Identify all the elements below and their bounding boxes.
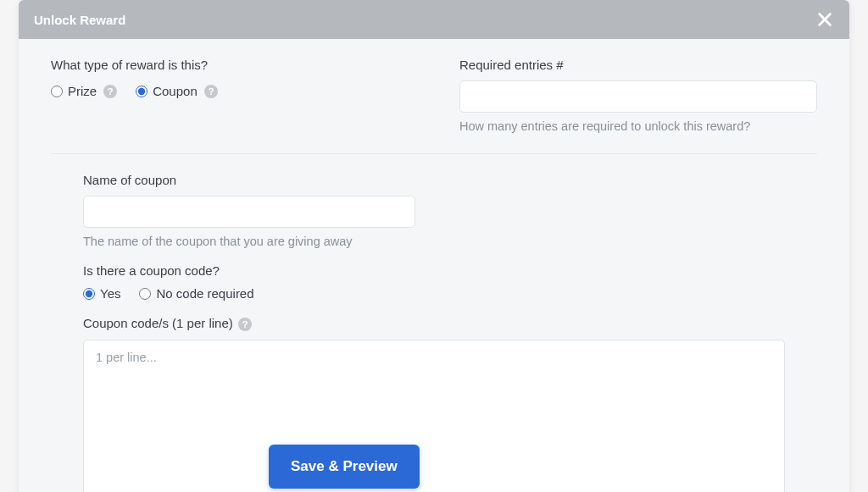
top-settings-row: What type of reward is this? Prize ? Cou… [51, 58, 817, 154]
svg-text:?: ? [208, 86, 214, 97]
reward-type-prize-option[interactable]: Prize ? [51, 84, 117, 98]
modal-title: Unlock Reward [34, 13, 125, 27]
coupon-radio-label: Coupon [153, 84, 198, 98]
help-icon[interactable]: ? [103, 85, 117, 98]
help-icon[interactable]: ? [204, 85, 218, 98]
required-entries-section: Required entries # How many entries are … [459, 58, 817, 133]
reward-type-question: What type of reward is this? [51, 58, 409, 72]
prize-radio[interactable] [51, 86, 63, 97]
yes-radio[interactable] [83, 288, 95, 300]
reward-type-section: What type of reward is this? Prize ? Cou… [51, 58, 409, 133]
modal-header: Unlock Reward [19, 0, 849, 39]
coupon-name-help: The name of the coupon that you are givi… [83, 235, 785, 248]
coupon-details-section: Name of coupon The name of the coupon th… [51, 154, 817, 492]
coupon-codes-label-text: Coupon code/s (1 per line) [83, 316, 233, 330]
prize-radio-label: Prize [68, 84, 97, 98]
no-radio[interactable] [139, 288, 151, 300]
yes-radio-label: Yes [100, 286, 120, 301]
help-icon[interactable]: ? [238, 318, 252, 331]
has-code-question: Is there a coupon code? [83, 263, 785, 278]
reward-type-radio-group: Prize ? Coupon ? [51, 84, 409, 98]
modal-body: What type of reward is this? Prize ? Cou… [19, 39, 849, 492]
no-radio-label: No code required [156, 286, 253, 301]
unlock-reward-modal: Unlock Reward What type of reward is thi… [19, 0, 849, 492]
coupon-codes-textarea[interactable] [83, 340, 785, 492]
save-preview-button[interactable]: Save & Preview [269, 445, 420, 489]
coupon-name-input[interactable] [83, 196, 415, 228]
has-code-radio-group: Yes No code required [83, 286, 785, 301]
required-entries-input[interactable] [459, 80, 817, 113]
coupon-codes-group: Coupon code/s (1 per line) ? If you add … [83, 316, 785, 492]
coupon-codes-label: Coupon code/s (1 per line) ? [83, 316, 785, 331]
close-icon[interactable] [815, 10, 834, 29]
svg-text:?: ? [108, 86, 114, 97]
required-entries-help: How many entries are required to unlock … [459, 119, 817, 133]
svg-text:?: ? [242, 319, 248, 329]
has-code-group: Is there a coupon code? Yes No code requ… [83, 263, 785, 301]
coupon-radio[interactable] [136, 86, 147, 97]
coupon-name-label: Name of coupon [83, 173, 785, 187]
reward-type-coupon-option[interactable]: Coupon ? [136, 84, 218, 98]
required-entries-label: Required entries # [459, 58, 817, 72]
has-code-no-option[interactable]: No code required [139, 286, 253, 301]
coupon-name-group: Name of coupon The name of the coupon th… [83, 173, 785, 248]
has-code-yes-option[interactable]: Yes [83, 286, 120, 301]
